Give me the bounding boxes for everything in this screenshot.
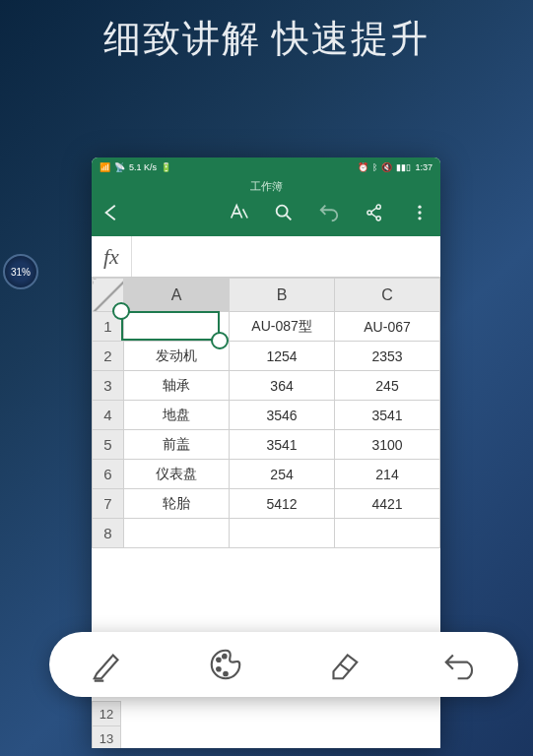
spreadsheet[interactable]: A B C 1AU-087型AU-067 2发动机12542353 3轴承364… bbox=[92, 278, 440, 548]
row-header[interactable]: 8 bbox=[93, 519, 124, 548]
pen-button[interactable] bbox=[90, 646, 127, 683]
cell[interactable]: 3541 bbox=[335, 401, 440, 430]
row-header[interactable]: 13 bbox=[92, 726, 121, 748]
col-header-b[interactable]: B bbox=[230, 279, 335, 312]
cell[interactable] bbox=[124, 312, 230, 342]
row-header[interactable]: 7 bbox=[93, 489, 124, 519]
cell[interactable]: 1254 bbox=[230, 342, 335, 371]
cell[interactable]: 245 bbox=[335, 371, 440, 401]
share-button[interactable] bbox=[364, 202, 385, 223]
row-header[interactable]: 3 bbox=[93, 371, 124, 401]
cell[interactable]: 3546 bbox=[230, 401, 335, 430]
cell[interactable] bbox=[124, 519, 230, 548]
row-header[interactable]: 1 bbox=[93, 312, 124, 342]
svg-point-0 bbox=[277, 206, 288, 217]
cell[interactable]: 地盘 bbox=[124, 401, 230, 430]
cell[interactable] bbox=[335, 519, 440, 548]
row-header[interactable]: 4 bbox=[93, 401, 124, 430]
svg-point-7 bbox=[217, 658, 221, 662]
font-button[interactable] bbox=[228, 202, 249, 223]
annotation-toolbar bbox=[49, 632, 518, 697]
progress-badge: 31% bbox=[3, 254, 38, 289]
row-header[interactable]: 2 bbox=[93, 342, 124, 371]
more-button[interactable] bbox=[409, 202, 431, 223]
cell[interactable]: 前盖 bbox=[124, 430, 230, 460]
document-title: 工作簿 bbox=[92, 177, 440, 194]
search-button[interactable] bbox=[273, 202, 295, 223]
cell[interactable]: 364 bbox=[230, 371, 335, 401]
cell[interactable]: 3100 bbox=[335, 430, 440, 460]
alarm-icon: ⏰ bbox=[358, 162, 368, 172]
cell[interactable]: 3541 bbox=[230, 430, 335, 460]
fx-label: fx bbox=[103, 236, 132, 277]
cell[interactable]: AU-087型 bbox=[230, 312, 335, 342]
table-row[interactable]: 7轮胎54124421 bbox=[93, 489, 440, 519]
page-title: 细致讲解 快速提升 bbox=[0, 0, 533, 64]
eraser-button[interactable] bbox=[324, 646, 362, 683]
signal-icon: 📶 bbox=[100, 162, 110, 172]
cell[interactable]: 轮胎 bbox=[124, 489, 230, 519]
col-header-c[interactable]: C bbox=[335, 279, 440, 312]
app-header: 工作簿 bbox=[92, 177, 440, 236]
battery-icon: ▮▮▯ bbox=[396, 162, 411, 172]
cell[interactable]: AU-067 bbox=[335, 312, 440, 342]
undo-annotation-button[interactable] bbox=[441, 646, 479, 683]
cell[interactable]: 2353 bbox=[335, 342, 440, 371]
select-all-corner[interactable] bbox=[93, 279, 124, 312]
mute-icon: 🔇 bbox=[381, 162, 392, 172]
svg-point-5 bbox=[418, 211, 421, 214]
svg-point-6 bbox=[418, 217, 421, 220]
table-row[interactable]: 5前盖35413100 bbox=[93, 430, 440, 460]
svg-point-10 bbox=[223, 655, 227, 659]
cell[interactable]: 4421 bbox=[335, 489, 440, 519]
table-row[interactable]: 4地盘35463541 bbox=[93, 401, 440, 430]
svg-point-4 bbox=[418, 206, 421, 209]
battery-small-icon: 🔋 bbox=[161, 162, 171, 172]
clock-time: 1:37 bbox=[415, 162, 433, 172]
cell[interactable] bbox=[230, 519, 335, 548]
col-header-a[interactable]: A bbox=[124, 279, 230, 312]
row-header[interactable]: 12 bbox=[92, 701, 121, 726]
status-bar: 📶 📡 5.1 K/s 🔋 ⏰ ᛒ 🔇 ▮▮▯ 1:37 bbox=[92, 158, 440, 177]
row-header[interactable]: 6 bbox=[93, 460, 124, 489]
net-speed: 5.1 K/s bbox=[129, 162, 157, 172]
cell[interactable]: 仪表盘 bbox=[124, 460, 230, 489]
table-row[interactable]: 6仪表盘254214 bbox=[93, 460, 440, 489]
cell[interactable]: 214 bbox=[335, 460, 440, 489]
palette-button[interactable] bbox=[207, 646, 244, 683]
cell[interactable]: 发动机 bbox=[124, 342, 230, 371]
cell[interactable]: 轴承 bbox=[124, 371, 230, 401]
cell[interactable]: 254 bbox=[230, 460, 335, 489]
undo-button[interactable] bbox=[318, 202, 340, 223]
back-button[interactable] bbox=[101, 202, 123, 223]
table-row[interactable]: 8 bbox=[93, 519, 440, 548]
bluetooth-icon: ᛒ bbox=[372, 162, 377, 172]
cell[interactable]: 5412 bbox=[230, 489, 335, 519]
table-row[interactable]: 3轴承364245 bbox=[93, 371, 440, 401]
svg-point-9 bbox=[224, 672, 228, 676]
table-row[interactable]: 1AU-087型AU-067 bbox=[93, 312, 440, 342]
table-row[interactable]: 2发动机12542353 bbox=[93, 342, 440, 371]
row-header[interactable]: 5 bbox=[93, 430, 124, 460]
wifi-icon: 📡 bbox=[114, 162, 125, 172]
svg-point-8 bbox=[217, 667, 221, 671]
formula-bar[interactable]: fx bbox=[92, 236, 440, 278]
